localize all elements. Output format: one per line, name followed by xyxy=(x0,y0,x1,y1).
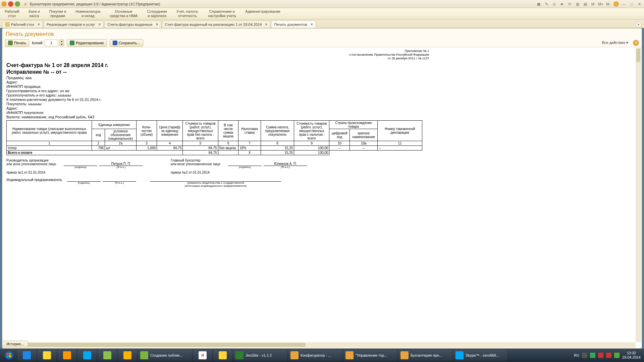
column-numbers-row: 122а34567891010а11 xyxy=(7,141,422,146)
invoice-title: Счет-фактура № 1 от 28 апреля 2014 г. xyxy=(6,62,429,68)
tb-icon[interactable]: ▦ xyxy=(536,1,541,7)
home-icon xyxy=(5,22,10,27)
menu-bank[interactable]: Банк и касса xyxy=(24,8,44,19)
taskbar-ie[interactable] xyxy=(17,350,36,361)
content-area: Печать документов Печать Копий: ▲▼ Редак… xyxy=(2,28,642,349)
tray-icon[interactable] xyxy=(614,353,620,358)
invoice-table: Наименование товара (описание выполненны… xyxy=(6,120,422,155)
taskbar-1c-acct[interactable]: Бухгалтерия пре... xyxy=(398,350,452,361)
menu-nomenclature[interactable]: Номенклатура и склад xyxy=(71,8,105,19)
tab-realization[interactable]: Реализация товаров и услуг× xyxy=(44,20,104,28)
help-icon[interactable]: i xyxy=(613,1,619,7)
tb-icon[interactable]: ⟳ xyxy=(567,1,572,7)
taskbar-jivo[interactable]: JivoSite - v1.1.2 xyxy=(233,350,287,361)
menu-assets[interactable]: Основные средства и НМА xyxy=(105,8,142,19)
clock[interactable]: 13:32 29.04.2014 xyxy=(622,351,641,360)
window-titlebar: ★ Бухгалтерия предприятия, редакция 3.0 … xyxy=(0,0,644,8)
document-viewport[interactable]: Приложение № 1 к постановлению Правитель… xyxy=(3,48,641,348)
svg-rect-1 xyxy=(6,353,8,355)
menu-desktop[interactable]: Рабочий стол xyxy=(0,8,24,19)
svg-rect-2 xyxy=(9,353,11,355)
menu-refs[interactable]: Справочники и настройки учета xyxy=(203,8,240,19)
save-button[interactable]: Сохранить... xyxy=(110,39,143,47)
close-button[interactable]: ✕ xyxy=(637,1,642,7)
sys-button-1[interactable] xyxy=(1,1,7,7)
svg-rect-4 xyxy=(9,355,11,357)
tb-mem[interactable]: M xyxy=(590,1,596,7)
menu-admin[interactable]: Администрирование xyxy=(240,8,285,19)
table-row: топор 796 шт 1,000 84,75 84,75 без акциз… xyxy=(7,146,422,150)
tab-invoices[interactable]: Счета-фактуры выданные× xyxy=(104,20,161,28)
window-title: Бухгалтерия предприятия, редакция 3.0 / … xyxy=(30,2,160,6)
close-icon[interactable]: × xyxy=(38,22,40,27)
close-icon[interactable]: × xyxy=(311,22,313,27)
taskbar-skype[interactable]: Skype™ - zero666... xyxy=(453,350,507,361)
tb-icon[interactable]: ▥ xyxy=(575,1,580,7)
vertical-scrollbar[interactable] xyxy=(636,48,641,342)
maximize-button[interactable]: □ xyxy=(629,1,634,7)
tabs-more-button[interactable]: ▾ xyxy=(635,21,642,28)
tray-icon[interactable] xyxy=(582,353,587,358)
taskbar-app[interactable] xyxy=(58,350,76,361)
document-tabs: Рабочий стол× Реализация товаров и услуг… xyxy=(0,19,644,28)
close-icon[interactable]: × xyxy=(98,22,101,27)
sys-button-3[interactable] xyxy=(15,1,20,7)
taskbar-app[interactable]: Создание публик... xyxy=(138,350,192,361)
save-icon xyxy=(113,41,117,45)
menu-accounting[interactable]: Учет, налоги, отчетность xyxy=(172,8,203,19)
history-button[interactable]: История... xyxy=(2,341,28,347)
taskbar-1c-config[interactable]: Конфигуратор - ... xyxy=(288,350,342,361)
windows-taskbar: Создание публик... Я JivoSite - v1.1.2 К… xyxy=(0,349,644,362)
start-button[interactable] xyxy=(1,349,17,361)
titlebar-right-icons: ▦ ✎ ⎙ ★ ⟳ ▥ ▤ M M+ M- i — □ ✕ xyxy=(535,1,643,7)
taskbar-explorer[interactable] xyxy=(38,350,56,361)
sys-button-2[interactable] xyxy=(8,1,13,7)
minimize-button[interactable]: — xyxy=(621,1,627,7)
help-button[interactable]: ? xyxy=(633,40,639,46)
star-icon[interactable]: ★ xyxy=(23,1,28,7)
tb-icon[interactable]: ▤ xyxy=(583,1,588,7)
taskbar-app[interactable] xyxy=(98,350,117,361)
signatures: Руководитель организации или иное уполно… xyxy=(6,159,429,182)
tb-icon[interactable]: ★ xyxy=(559,1,565,7)
tray-icon[interactable] xyxy=(598,353,603,358)
totals-row: Всего к оплате 84,75 Х 15,25 100,00 xyxy=(7,150,422,155)
close-icon[interactable]: × xyxy=(265,22,267,27)
taskbar-app[interactable] xyxy=(78,350,97,361)
appendix-note: Приложение № 1 к постановлению Правитель… xyxy=(6,49,429,60)
horizontal-scrollbar[interactable] xyxy=(3,342,636,348)
svg-rect-3 xyxy=(6,355,8,357)
lang-indicator[interactable]: RU xyxy=(574,353,579,357)
taskbar-app[interactable]: Я xyxy=(193,350,212,361)
all-actions-link[interactable]: Все действия ▾ xyxy=(602,41,628,45)
edit-icon xyxy=(70,41,74,45)
menu-sales[interactable]: Покупки и продажи xyxy=(45,8,71,19)
taskbar-app[interactable] xyxy=(118,350,137,361)
tab-invoice-1[interactable]: Счет-фактура выданный на реализацию 1 от… xyxy=(162,20,271,28)
tray-icon[interactable] xyxy=(606,353,611,358)
copies-spinner[interactable]: ▲▼ xyxy=(59,40,64,46)
correction-title: Исправление № -- от -- xyxy=(6,69,429,75)
tb-mem[interactable]: M- xyxy=(606,1,611,7)
copies-input[interactable] xyxy=(45,40,58,46)
main-menu: Рабочий стол Банк и касса Покупки и прод… xyxy=(0,8,644,19)
tb-icon[interactable]: ✎ xyxy=(544,1,549,7)
close-icon[interactable]: × xyxy=(156,22,158,27)
copies-label: Копий: xyxy=(32,41,43,45)
taskbar-app[interactable] xyxy=(213,350,232,361)
invoice-fields: Продавец: ааа Адрес: ИНН/КПП продавца: Г… xyxy=(6,76,429,119)
taskbar-1c-trade[interactable]: "Управление тор... xyxy=(343,350,397,361)
tab-desktop[interactable]: Рабочий стол× xyxy=(2,20,43,28)
print-icon xyxy=(8,41,13,45)
tab-print[interactable]: Печать документов× xyxy=(271,20,316,28)
toolbar: Печать Копий: ▲▼ Редактирование Сохранит… xyxy=(2,39,642,47)
tray-icon[interactable] xyxy=(590,353,595,358)
system-tray: RU 13:32 29.04.2014 xyxy=(574,351,643,360)
tb-mem[interactable]: M+ xyxy=(598,1,603,7)
tb-icon[interactable]: ⎙ xyxy=(551,1,557,7)
page-title: Печать документов xyxy=(2,28,642,39)
edit-button[interactable]: Редактирование xyxy=(67,39,107,47)
print-button[interactable]: Печать xyxy=(5,39,29,47)
invoice-document: Приложение № 1 к постановлению Правитель… xyxy=(3,48,432,184)
menu-staff[interactable]: Сотрудники и зарплата xyxy=(142,8,172,19)
